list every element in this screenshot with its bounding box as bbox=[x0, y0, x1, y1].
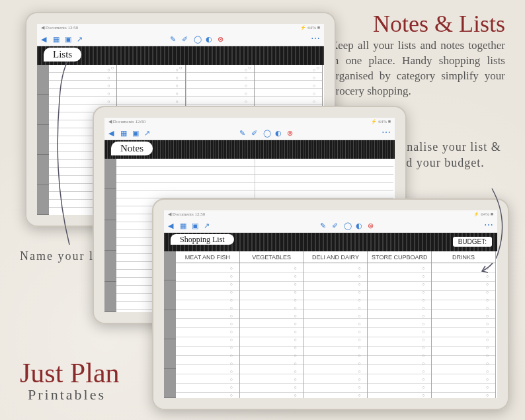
side-tab[interactable] bbox=[164, 310, 176, 339]
status-left: ◀ Documents 12:50 bbox=[108, 119, 145, 124]
brand-name-bottom: Printables bbox=[28, 386, 120, 403]
side-tab[interactable] bbox=[37, 125, 49, 155]
page-title: Notes & Lists bbox=[373, 10, 505, 38]
more-icon[interactable]: ⋯ bbox=[311, 36, 320, 41]
lasso-icon[interactable]: ◐ bbox=[356, 222, 364, 230]
close-tool-icon[interactable]: ⊗ bbox=[287, 129, 295, 137]
side-tab[interactable] bbox=[104, 189, 116, 220]
col-header-cupboard: STORE CUPBOARD bbox=[368, 251, 432, 263]
shopping-column: ○ ○ ○ ○ ○ ○ ○ ○ ○ ○ ○ ○ ○ ○ ○ ○ ○ ○ bbox=[176, 263, 240, 398]
eraser-icon[interactable]: ◯ bbox=[194, 35, 202, 43]
side-tab[interactable] bbox=[37, 185, 49, 215]
brand-logo: Just Plan Printables bbox=[20, 361, 120, 403]
share-icon[interactable]: ↗ bbox=[144, 129, 152, 137]
col-header-vegetables: VEGETABLES bbox=[240, 251, 304, 263]
col-header-meat: MEAT AND FISH bbox=[176, 251, 240, 263]
side-tab[interactable] bbox=[37, 95, 49, 124]
side-tab[interactable] bbox=[37, 65, 49, 95]
shopping-column: ○ ○ ○ ○ ○ ○ ○ ○ ○ ○ ○ ○ ○ ○ ○ ○ ○ ○ bbox=[240, 263, 304, 398]
arrow-personalise bbox=[472, 185, 512, 278]
back-icon[interactable]: ◀ bbox=[168, 222, 176, 230]
pen-icon[interactable]: ✎ bbox=[320, 222, 328, 230]
planner-shopping-page: Shopping List BUDGET: MEAT AND FISH VEGE… bbox=[164, 233, 497, 398]
side-tab[interactable] bbox=[164, 339, 176, 368]
side-tab[interactable] bbox=[104, 282, 116, 312]
app-toolbar: ◀ ▦ ▣ ↗ ✎ ✐ ◯ ◐ ⊗ ⋯ bbox=[37, 32, 324, 46]
toolbar-left: ◀ ▦ ▣ ↗ bbox=[41, 35, 85, 43]
side-tabs bbox=[164, 251, 176, 398]
highlighter-icon[interactable]: ✐ bbox=[332, 222, 340, 230]
grid-icon[interactable]: ▦ bbox=[53, 35, 61, 43]
status-right: ⚡ 64% ■ bbox=[300, 25, 320, 30]
lasso-icon[interactable]: ◐ bbox=[275, 129, 283, 137]
shopping-column: ○ ○ ○ ○ ○ ○ ○ ○ ○ ○ ○ ○ ○ ○ ○ ○ ○ ○ bbox=[368, 263, 432, 398]
pen-icon[interactable]: ✎ bbox=[170, 35, 178, 43]
app-toolbar: ◀ ▦ ▣ ↗ ✎ ✐ ◯ ◐ ⊗ ⋯ bbox=[104, 126, 395, 140]
select-icon[interactable]: ▣ bbox=[192, 222, 200, 230]
side-tab[interactable] bbox=[164, 251, 176, 280]
close-tool-icon[interactable]: ⊗ bbox=[368, 222, 376, 230]
side-tabs bbox=[37, 65, 49, 215]
grid-icon[interactable]: ▦ bbox=[180, 222, 188, 230]
toolbar-left: ◀ ▦ ▣ ↗ bbox=[168, 222, 212, 230]
shopping-page-label: Shopping List bbox=[171, 234, 234, 245]
side-tabs bbox=[104, 159, 116, 312]
status-bar: ◀ Documents 12:50 ⚡ 64% ■ bbox=[37, 24, 324, 32]
toolbar-right: ⋯ bbox=[382, 130, 391, 135]
toolbar-right: ⋯ bbox=[311, 36, 320, 41]
shopping-body: ○ ○ ○ ○ ○ ○ ○ ○ ○ ○ ○ ○ ○ ○ ○ ○ ○ ○ ○ ○ … bbox=[176, 263, 496, 398]
pen-icon[interactable]: ✎ bbox=[239, 129, 247, 137]
budget-field[interactable]: BUDGET: bbox=[453, 237, 492, 247]
brand-name-top: Just Plan bbox=[20, 361, 120, 386]
highlighter-icon[interactable]: ✐ bbox=[251, 129, 259, 137]
lasso-icon[interactable]: ◐ bbox=[206, 35, 214, 43]
back-icon[interactable]: ◀ bbox=[41, 35, 49, 43]
col-header-drinks: DRINKS bbox=[432, 251, 496, 263]
status-bar: ◀ Documents 12:50 ⚡ 64% ■ bbox=[164, 210, 497, 218]
side-tab[interactable] bbox=[164, 280, 176, 310]
share-icon[interactable]: ↗ bbox=[204, 222, 212, 230]
side-tab[interactable] bbox=[37, 155, 49, 185]
side-tab[interactable] bbox=[164, 369, 176, 398]
side-tab[interactable] bbox=[104, 220, 116, 251]
eraser-icon[interactable]: ◯ bbox=[263, 129, 271, 137]
more-icon[interactable]: ⋯ bbox=[382, 130, 391, 135]
status-right: ⚡ 64% ■ bbox=[371, 119, 391, 124]
select-icon[interactable]: ▣ bbox=[132, 129, 140, 137]
back-icon[interactable]: ◀ bbox=[108, 129, 116, 137]
shopping-columns-header: MEAT AND FISH VEGETABLES DELI AND DAIRY … bbox=[176, 251, 496, 263]
toolbar-center: ✎ ✐ ◯ ◐ ⊗ bbox=[320, 222, 376, 230]
col-header-deli: DELI AND DAIRY bbox=[304, 251, 368, 263]
status-left: ◀ Documents 12:50 bbox=[41, 25, 78, 30]
shopping-column: ○ ○ ○ ○ ○ ○ ○ ○ ○ ○ ○ ○ ○ ○ ○ ○ ○ ○ bbox=[304, 263, 368, 398]
tablet-screen: ◀ Documents 12:50 ⚡ 64% ■ ◀ ▦ ▣ ↗ ✎ ✐ ◯ … bbox=[164, 210, 497, 398]
share-icon[interactable]: ↗ bbox=[77, 35, 85, 43]
eraser-icon[interactable]: ◯ bbox=[344, 222, 352, 230]
lists-page-label: Lists bbox=[44, 48, 81, 62]
grid-icon[interactable]: ▦ bbox=[120, 129, 128, 137]
toolbar-center: ✎ ✐ ◯ ◐ ⊗ bbox=[170, 35, 225, 43]
arrow-name-lists bbox=[50, 46, 89, 251]
highlighter-icon[interactable]: ✐ bbox=[182, 35, 190, 43]
tablet-shopping: ◀ Documents 12:50 ⚡ 64% ■ ◀ ▦ ▣ ↗ ✎ ✐ ◯ … bbox=[152, 198, 509, 410]
notes-page-label: Notes bbox=[111, 142, 153, 155]
side-tab[interactable] bbox=[104, 251, 116, 281]
close-tool-icon[interactable]: ⊗ bbox=[218, 35, 225, 43]
description-text: Keep all your lists and notes together i… bbox=[330, 38, 505, 99]
toolbar-left: ◀ ▦ ▣ ↗ bbox=[108, 129, 152, 137]
select-icon[interactable]: ▣ bbox=[65, 35, 73, 43]
toolbar-center: ✎ ✐ ◯ ◐ ⊗ bbox=[239, 129, 295, 137]
status-left: ◀ Documents 12:50 bbox=[168, 212, 205, 217]
app-toolbar: ◀ ▦ ▣ ↗ ✎ ✐ ◯ ◐ ⊗ ⋯ bbox=[164, 218, 497, 233]
side-tab[interactable] bbox=[104, 159, 116, 189]
status-bar: ◀ Documents 12:50 ⚡ 64% ■ bbox=[104, 118, 395, 126]
shopping-column: ○ ○ ○ ○ ○ ○ ○ ○ ○ ○ ○ ○ ○ ○ ○ ○ ○ ○ bbox=[432, 263, 496, 398]
